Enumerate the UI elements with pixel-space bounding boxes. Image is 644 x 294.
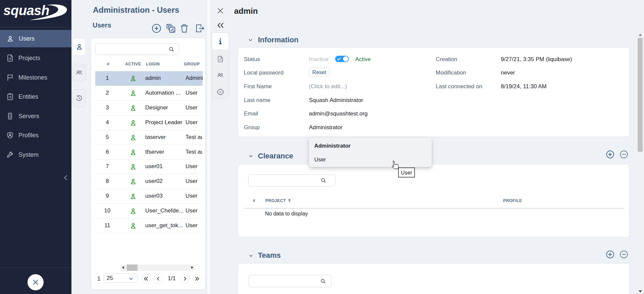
svg-text:squash: squash xyxy=(3,3,49,18)
